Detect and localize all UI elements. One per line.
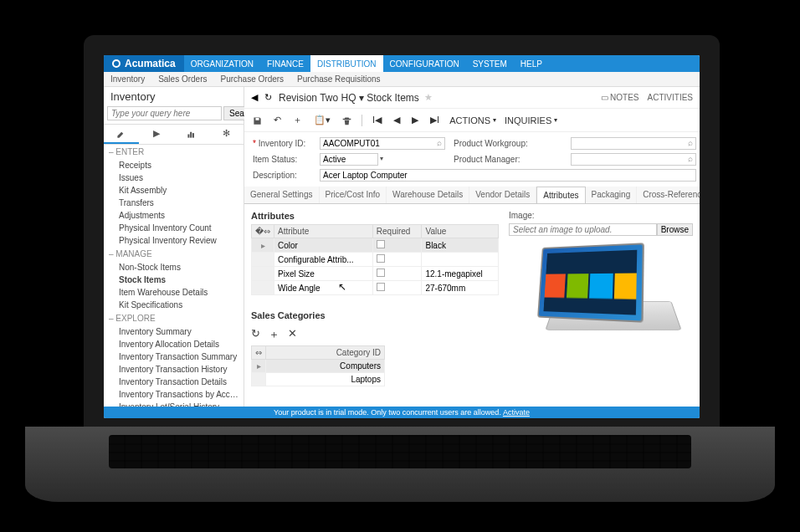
sales-cat-add-icon[interactable]: ＋ — [269, 327, 279, 342]
attr-row[interactable]: Wide Angle27-670mm — [252, 281, 499, 295]
workgroup-label: Product Workgroup: — [454, 139, 562, 148]
image-label: Image: — [509, 211, 693, 220]
sc-col-category[interactable]: Category ID — [266, 346, 385, 360]
tree-item-kit-assembly[interactable]: Kit Assembly — [104, 184, 244, 197]
tree-item-issues[interactable]: Issues — [104, 171, 244, 184]
attributes-title: Attributes — [251, 211, 499, 221]
tree-group-manage[interactable]: MANAGE — [104, 247, 244, 261]
sales-cat-toolbar: ↻ ＋ ✕ — [251, 324, 499, 345]
clipboard-button[interactable]: 📋▾ — [312, 113, 332, 127]
image-column: Image: Browse — [509, 211, 693, 400]
save-button[interactable] — [251, 113, 264, 127]
sales-cat-refresh-icon[interactable]: ↻ — [251, 327, 260, 342]
attr-col-attribute[interactable]: Attribute — [274, 225, 373, 238]
browse-button[interactable]: Browse — [657, 223, 693, 236]
tree-item-transfers[interactable]: Transfers — [104, 197, 244, 209]
refresh-icon[interactable]: ↻ — [263, 90, 274, 105]
sidebar-tab-run[interactable]: ▶ — [139, 125, 174, 144]
search-input[interactable] — [107, 106, 222, 120]
footer-activate-link[interactable]: Activate — [503, 408, 530, 417]
screen-name: Stock Items — [367, 92, 419, 104]
tree-item-inventory-summary[interactable]: Inventory Summary — [104, 325, 244, 338]
tab-general-settings[interactable]: General Settings — [244, 187, 320, 203]
last-button[interactable]: ▶I — [428, 113, 441, 127]
status-dropdown-icon[interactable]: ▾ — [380, 153, 383, 166]
brand-logo[interactable]: Acumatica — [104, 55, 184, 72]
manager-input[interactable] — [571, 153, 696, 166]
next-button[interactable]: ▶ — [410, 113, 420, 127]
tree-group-enter[interactable]: ENTER — [104, 145, 244, 159]
sales-categories-grid[interactable]: ⇔ Category ID ▸ComputersLaptops — [251, 345, 385, 386]
tab-cross-reference[interactable]: Cross-Reference — [637, 187, 700, 203]
tree-item-inventory-lot-serial-history[interactable]: Inventory Lot/Serial History — [104, 401, 244, 407]
attr-row[interactable]: Configurable Attrib... — [252, 253, 499, 267]
attr-row[interactable]: Pixel Size12.1-megapixel — [252, 267, 499, 281]
topnav-system[interactable]: SYSTEM — [466, 55, 514, 72]
image-upload-input[interactable] — [509, 223, 657, 236]
tab-packaging[interactable]: Packaging — [586, 187, 638, 203]
tab-price-cost-info[interactable]: Price/Cost Info — [320, 187, 387, 203]
tree-item-item-warehouse-details[interactable]: Item Warehouse Details — [104, 286, 244, 299]
tree-item-inventory-transaction-summary[interactable]: Inventory Transaction Summary — [104, 350, 244, 363]
sidebar-tab-settings[interactable]: ✻ — [208, 125, 244, 144]
tree-item-kit-specifications[interactable]: Kit Specifications — [104, 299, 244, 311]
tab-vendor-details[interactable]: Vendor Details — [469, 187, 536, 203]
laptop-keyboard — [109, 435, 691, 468]
tree-item-inventory-allocation-details[interactable]: Inventory Allocation Details — [104, 338, 244, 350]
sc-rowhead[interactable]: ⇔ — [252, 346, 266, 360]
first-button[interactable]: I◀ — [371, 113, 383, 127]
tree-item-receipts[interactable]: Receipts — [104, 159, 244, 171]
notes-button[interactable]: ▭ NOTES — [601, 93, 638, 102]
sidebar-tab-chart[interactable] — [174, 125, 209, 144]
tree-item-inventory-transaction-details[interactable]: Inventory Transaction Details — [104, 376, 244, 388]
attributes-grid[interactable]: �⇔ Attribute Required Value ▸ColorBlackC… — [251, 224, 499, 295]
attr-rowhead[interactable]: �⇔ — [252, 225, 274, 238]
subnav-purchase-requisitions[interactable]: Purchase Requisitions — [290, 74, 387, 84]
workgroup-input[interactable] — [571, 137, 696, 150]
collapse-sidebar-button[interactable]: ◀ — [251, 92, 258, 103]
attr-col-required[interactable]: Required — [372, 225, 422, 238]
tree-item-stock-items[interactable]: Stock Items — [104, 274, 244, 286]
svg-rect-2 — [192, 133, 194, 138]
attr-col-value[interactable]: Value — [422, 225, 499, 238]
activities-button[interactable]: ACTIVITIES — [648, 93, 693, 102]
tab-attributes[interactable]: Attributes — [536, 187, 585, 204]
subnav-inventory[interactable]: Inventory — [104, 74, 151, 84]
favorite-star-icon[interactable]: ★ — [424, 92, 433, 103]
item-status-select[interactable] — [320, 153, 378, 166]
add-button[interactable]: ＋ — [291, 112, 304, 128]
delete-button[interactable] — [341, 113, 353, 127]
tree-item-inventory-transactions-by-account[interactable]: Inventory Transactions by Account — [104, 388, 244, 401]
topnav-distribution[interactable]: DISTRIBUTION — [310, 55, 383, 72]
footer-text: Your product is in trial mode. Only two … — [274, 408, 501, 417]
description-input[interactable] — [320, 169, 696, 182]
svg-rect-0 — [187, 134, 189, 137]
subnav-purchase-orders[interactable]: Purchase Orders — [214, 74, 291, 84]
attributes-column: Attributes �⇔ Attribute Required Value ▸… — [251, 211, 499, 400]
topnav-configuration[interactable]: CONFIGURATION — [383, 55, 466, 72]
tab-warehouse-details[interactable]: Warehouse Details — [387, 187, 469, 203]
sidebar-tab-edit[interactable] — [104, 125, 139, 144]
inquiries-dropdown[interactable]: INQUIRIES — [505, 115, 557, 125]
detail-tabs: General SettingsPrice/Cost InfoWarehouse… — [244, 187, 700, 204]
tree-item-non-stock-items[interactable]: Non-Stock Items — [104, 261, 244, 274]
sidebar-tree: ENTERReceiptsIssuesKit AssemblyTransfers… — [104, 145, 244, 407]
inventory-id-input[interactable] — [320, 137, 445, 150]
tree-item-physical-inventory-count[interactable]: Physical Inventory Count — [104, 222, 244, 234]
cancel-button[interactable]: ↶ — [272, 113, 283, 127]
brand-text: Acumatica — [125, 58, 176, 69]
topnav-finance[interactable]: FINANCE — [260, 55, 310, 72]
tree-item-adjustments[interactable]: Adjustments — [104, 209, 244, 222]
tree-group-explore[interactable]: EXPLORE — [104, 311, 244, 325]
sales-cat-row[interactable]: ▸Computers — [252, 360, 385, 373]
topnav-help[interactable]: HELP — [514, 55, 549, 72]
attr-row[interactable]: ▸ColorBlack — [252, 238, 499, 253]
topnav-organization[interactable]: ORGANIZATION — [184, 55, 260, 72]
tree-item-inventory-transaction-history[interactable]: Inventory Transaction History — [104, 363, 244, 376]
prev-button[interactable]: ◀ — [392, 113, 402, 127]
tree-item-physical-inventory-review[interactable]: Physical Inventory Review — [104, 234, 244, 247]
subnav-sales-orders[interactable]: Sales Orders — [151, 74, 213, 84]
sales-cat-row[interactable]: Laptops — [252, 373, 385, 386]
sales-cat-delete-icon[interactable]: ✕ — [288, 327, 297, 342]
actions-dropdown[interactable]: ACTIONS — [449, 115, 496, 125]
